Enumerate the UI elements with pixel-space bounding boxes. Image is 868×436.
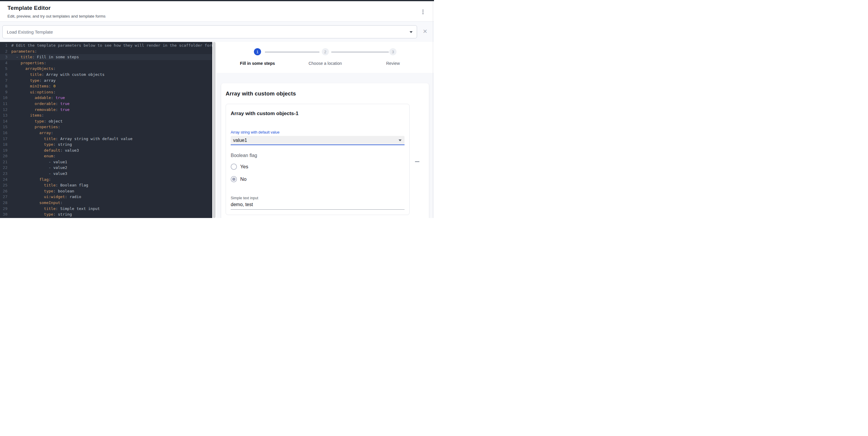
code-line[interactable]: 2parameters: (0, 48, 212, 55)
page-right-edge (433, 2, 433, 218)
radio-option-yes[interactable]: Yes (231, 160, 405, 173)
code-text: type: object (7, 119, 63, 124)
form-area: Array with custom objects Array with cus… (216, 73, 434, 218)
select-placeholder: Load Existing Template (7, 29, 53, 34)
line-number: 14 (0, 119, 7, 124)
line-number: 12 (0, 107, 7, 113)
radio-group: YesNo (231, 160, 405, 185)
code-line[interactable]: 19 default: value3 (0, 147, 212, 154)
code-line[interactable]: 3 - title: Fill in some steps (0, 54, 212, 60)
code-line[interactable]: 1# Edit the template parameters below to… (0, 42, 212, 48)
code-line[interactable]: 27 ui:widget: radio (0, 194, 212, 200)
yaml-code-editor[interactable]: 1# Edit the template parameters below to… (0, 42, 212, 218)
code-text: - value3 (7, 171, 67, 177)
code-text: ui:options: (7, 89, 56, 95)
close-x-icon[interactable]: ✕ (423, 28, 428, 35)
page-subtitle: Edit, preview, and try out templates and… (7, 14, 427, 19)
code-line[interactable]: 11 orderable: true (0, 101, 212, 107)
code-line[interactable]: 14 type: object (0, 119, 212, 124)
line-number: 22 (0, 165, 7, 171)
code-text: type: array (7, 78, 56, 83)
array-item-card: Array with custom objects-1 Array string… (226, 104, 410, 215)
line-number: 25 (0, 182, 7, 188)
code-line[interactable]: 13 items: (0, 112, 212, 119)
page-header: Template Editor Edit, preview, and try o… (0, 1, 434, 22)
radio-label: Yes (240, 164, 248, 170)
line-number: 8 (0, 83, 7, 89)
code-line[interactable]: 18 type: string (0, 141, 212, 147)
line-number: 24 (0, 177, 7, 182)
step-review[interactable]: 3 Review (359, 48, 427, 66)
step-number-badge: 3 (389, 48, 397, 55)
stepper-connector (331, 52, 389, 52)
line-number: 15 (0, 124, 7, 130)
line-number: 9 (0, 89, 7, 95)
kebab-menu-icon[interactable] (420, 9, 426, 14)
line-number: 11 (0, 101, 7, 107)
radio-circle-icon[interactable] (231, 164, 237, 170)
code-line[interactable]: 26 type: boolean (0, 188, 212, 194)
remove-item-button[interactable] (415, 161, 420, 162)
code-text: # Edit the template parameters below to … (7, 42, 212, 48)
code-line[interactable]: 15 properties: (0, 124, 212, 130)
code-line[interactable]: 25 title: Boolean flag (0, 182, 212, 188)
page-title: Template Editor (7, 5, 427, 11)
code-text: type: boolean (7, 188, 74, 194)
code-line[interactable]: 7 type: array (0, 78, 212, 83)
code-text: orderable: true (7, 101, 70, 107)
step-fill-in-some-steps[interactable]: 1 Fill in some steps (223, 48, 291, 66)
simple-text-input[interactable]: demo, test (231, 202, 405, 210)
load-existing-template-select[interactable]: Load Existing Template (2, 25, 417, 38)
radio-option-no[interactable]: No (231, 173, 405, 185)
code-line[interactable]: 6 title: Array with custom objects (0, 72, 212, 78)
simple-text-input-label: Simple text input (231, 196, 405, 200)
code-text: addable: true (7, 95, 65, 101)
array-string-select[interactable]: value1 (231, 136, 405, 145)
code-line[interactable]: 8 minItems: 0 (0, 83, 212, 89)
code-text: array: (7, 130, 53, 136)
code-line[interactable]: 22 - value2 (0, 165, 212, 171)
code-text: default: value3 (7, 147, 79, 154)
stepper-connector (265, 52, 319, 52)
boolean-flag-label: Boolean flag (231, 153, 405, 158)
code-line[interactable]: 12 removable: true (0, 107, 212, 113)
code-line[interactable]: 16 array: (0, 130, 212, 136)
load-template-toolbar: Load Existing Template ✕ (0, 22, 434, 42)
line-number: 13 (0, 112, 7, 119)
code-line[interactable]: 10 addable: true (0, 95, 212, 101)
step-choose-a-location[interactable]: 2 Choose a location (291, 48, 359, 66)
line-number: 6 (0, 72, 7, 78)
code-text: title: Simple text input (7, 206, 100, 212)
editor-scrollbar-thumb[interactable] (213, 42, 216, 218)
code-text: - value2 (7, 165, 67, 171)
line-number: 23 (0, 171, 7, 177)
code-line[interactable]: 4 properties: (0, 60, 212, 66)
code-line[interactable]: 23 - value3 (0, 171, 212, 177)
line-number: 4 (0, 60, 7, 66)
line-number: 28 (0, 200, 7, 206)
code-line[interactable]: 9 ui:options: (0, 89, 212, 95)
line-number: 30 (0, 211, 7, 217)
code-line[interactable]: 28 someInput: (0, 200, 212, 206)
code-line[interactable]: 21 - value1 (0, 159, 212, 165)
code-line[interactable]: 20 enum: (0, 153, 212, 159)
form-preview-panel: 1 Fill in some steps 2 Choose a location… (216, 42, 434, 218)
select-caret-icon (399, 139, 402, 141)
code-line[interactable]: 5 arrayObjects: (0, 66, 212, 72)
radio-circle-icon[interactable] (231, 176, 237, 182)
editor-scrollbar[interactable] (212, 42, 216, 218)
radio-label: No (240, 176, 246, 182)
code-line[interactable]: 17 title: Array string with default valu… (0, 136, 212, 142)
code-text: flag: (7, 177, 51, 182)
code-text: ui:widget: radio (7, 194, 81, 200)
line-number: 1 (0, 42, 7, 48)
code-line[interactable]: 24 flag: (0, 177, 212, 182)
simple-text-input-value: demo, test (231, 202, 253, 207)
code-text: enum: (7, 153, 56, 159)
code-line[interactable]: 29 title: Simple text input (0, 206, 212, 212)
code-line[interactable]: 30 type: string (0, 211, 212, 217)
line-number: 19 (0, 147, 7, 154)
code-text: type: string (7, 211, 72, 217)
line-number: 5 (0, 66, 7, 72)
code-text: - value1 (7, 159, 67, 165)
